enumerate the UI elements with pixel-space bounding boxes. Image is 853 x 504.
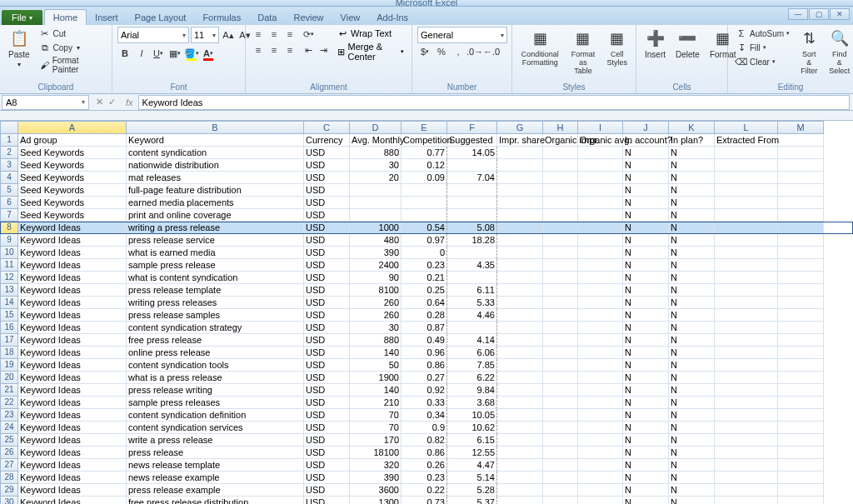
cell[interactable]: N [669,147,715,159]
cell[interactable] [778,184,824,197]
row-header[interactable]: 6 [0,197,18,209]
cell[interactable] [402,184,447,197]
cell[interactable]: Organic impr. [543,134,578,147]
font-name-combo[interactable]: Arial▾ [117,27,189,43]
table-row[interactable]: 20Keyword Ideaswhat is a press releaseUS… [0,372,853,384]
cell[interactable] [778,247,824,259]
cell[interactable] [778,222,824,234]
cell[interactable]: Keyword Ideas [18,409,127,422]
cell[interactable]: USD [304,334,350,347]
table-row[interactable]: 12Keyword Ideaswhat is content syndicati… [0,272,853,284]
cell[interactable] [578,347,623,359]
cell[interactable]: 6.15 [447,434,497,447]
cell[interactable]: Keyword Ideas [18,384,127,397]
cell[interactable] [497,497,543,504]
row-header[interactable]: 11 [0,259,18,272]
cell[interactable] [715,447,778,459]
cell[interactable] [778,447,824,459]
cell[interactable]: 4.47 [447,459,497,472]
cell[interactable] [578,184,623,197]
cell[interactable]: what is earned media [127,247,304,259]
cell[interactable]: 12.55 [447,447,497,459]
cell[interactable]: N [669,322,715,334]
cell[interactable] [543,422,578,434]
cell[interactable]: N [669,359,715,372]
cell[interactable] [543,259,578,272]
cell[interactable] [497,259,543,272]
cell[interactable] [578,484,623,497]
cell[interactable]: 0.87 [402,322,447,334]
cell[interactable] [715,347,778,359]
cell[interactable] [778,384,824,397]
cell[interactable]: Keyword Ideas [18,309,127,322]
cell[interactable]: 0.25 [402,284,447,297]
font-color-button[interactable]: A▾ [201,46,216,61]
col-header-K[interactable]: K [669,121,715,134]
cell[interactable]: 8100 [350,284,402,297]
cell[interactable] [715,297,778,309]
cell[interactable]: N [669,447,715,459]
col-header-G[interactable]: G [497,121,543,134]
table-row[interactable]: 26Keyword Ideaspress releaseUSD181000.86… [0,447,853,459]
cell[interactable]: content syndication definition [127,409,304,422]
cell[interactable]: earned media placements [127,197,304,209]
cell[interactable] [543,472,578,484]
cell[interactable] [497,459,543,472]
cell[interactable]: sample press release [127,259,304,272]
cell[interactable]: N [623,147,669,159]
cell[interactable] [578,234,623,247]
cell[interactable]: Keyword Ideas [18,472,127,484]
bold-button[interactable]: B [117,46,132,61]
cell[interactable] [778,434,824,447]
close-button[interactable]: ✕ [830,8,850,20]
cell[interactable] [497,209,543,222]
col-header-B[interactable]: B [127,121,304,134]
cell[interactable]: N [623,397,669,409]
cell[interactable]: 0.12 [402,159,447,172]
cell[interactable]: 880 [350,147,402,159]
cell[interactable]: 0.82 [402,434,447,447]
paste-button[interactable]: 📋 Paste ▾ [5,27,33,70]
cell[interactable]: sample press releases [127,397,304,409]
cell[interactable]: 0.33 [402,397,447,409]
cell[interactable]: N [669,434,715,447]
cell[interactable] [578,159,623,172]
cell[interactable] [578,284,623,297]
cell[interactable] [578,322,623,334]
cell[interactable]: writing a press release [127,222,304,234]
cell[interactable]: N [669,309,715,322]
cell[interactable]: USD [304,372,350,384]
cell[interactable] [543,209,578,222]
cell[interactable] [543,397,578,409]
cell[interactable] [715,272,778,284]
cell[interactable]: 0.73 [402,497,447,504]
row-header[interactable]: 17 [0,334,18,347]
select-all-corner[interactable] [0,121,18,134]
cell[interactable]: full-page feature distribution [127,184,304,197]
cell[interactable] [778,322,824,334]
currency-button[interactable]: $▾ [417,44,432,59]
cell[interactable]: N [623,297,669,309]
cell[interactable]: N [623,484,669,497]
comma-button[interactable]: , [451,44,466,59]
cell[interactable] [497,484,543,497]
cell[interactable] [715,334,778,347]
cell[interactable] [497,247,543,259]
cell[interactable] [715,309,778,322]
cell[interactable]: free press release [127,334,304,347]
cell[interactable] [350,197,402,209]
cell[interactable] [778,472,824,484]
cell[interactable]: USD [304,284,350,297]
cell[interactable] [778,159,824,172]
cell[interactable]: 70 [350,409,402,422]
cell[interactable]: 170 [350,434,402,447]
table-row[interactable]: 30Keyword Ideasfree press release distri… [0,497,853,504]
cell[interactable]: 0.86 [402,359,447,372]
cell[interactable]: USD [304,472,350,484]
cell[interactable] [497,172,543,184]
table-row[interactable]: 7Seed Keywordsprint and online coverageU… [0,209,853,222]
row-header[interactable]: 2 [0,147,18,159]
cell[interactable]: In account? [623,134,669,147]
insert-cells-button[interactable]: ➕Insert [641,27,669,61]
cell[interactable]: 260 [350,309,402,322]
